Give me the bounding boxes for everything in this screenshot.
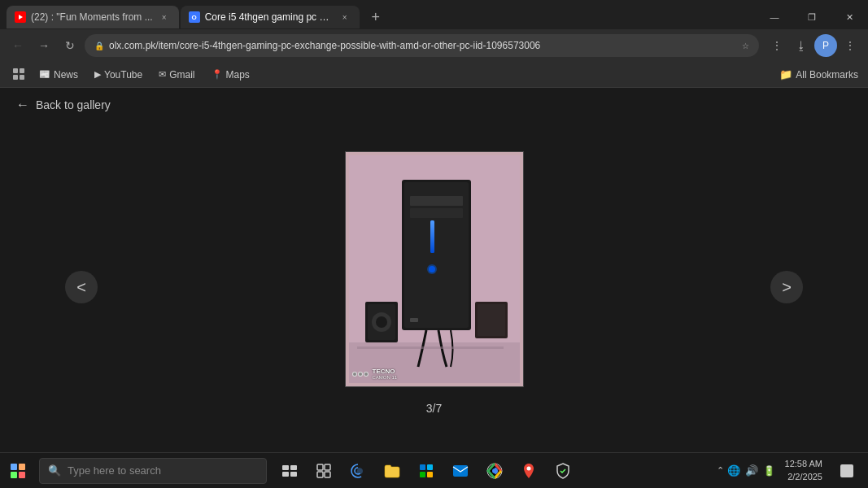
bookmark-gmail-label: Gmail xyxy=(169,69,194,81)
svg-point-39 xyxy=(527,466,531,470)
show-hidden-icons[interactable]: ⌃ xyxy=(717,465,724,476)
bookmark-news[interactable]: 📰 News xyxy=(33,68,85,82)
svg-rect-13 xyxy=(410,196,463,206)
forward-button[interactable]: → xyxy=(33,34,55,57)
svg-rect-40 xyxy=(840,464,853,477)
bookmark-youtube-label: YouTube xyxy=(104,69,142,81)
tab-youtube[interactable]: (22) : "Fun Moments from ... × xyxy=(7,6,179,28)
svg-rect-28 xyxy=(325,464,330,470)
svg-rect-35 xyxy=(453,465,468,477)
store-icon[interactable] xyxy=(410,455,443,487)
windows-logo-icon xyxy=(11,464,25,478)
svg-marker-0 xyxy=(19,15,23,20)
mail-icon[interactable] xyxy=(444,455,477,487)
svg-rect-23 xyxy=(282,465,289,470)
pc-photo: TECNO CAMON 11 xyxy=(346,152,523,386)
tab-olx[interactable]: O Core i5 4thgen gaming pc exch... × xyxy=(181,6,360,28)
volume-icon[interactable]: 🔊 xyxy=(745,464,758,477)
browser-menu-icon[interactable]: ⋮ xyxy=(765,34,788,57)
clock-date: 2/2/2025 xyxy=(787,471,822,483)
task-view-button[interactable] xyxy=(273,455,306,487)
image-counter: 3/7 xyxy=(418,394,450,423)
taskbar-right: ⌃ 🌐 🔊 🔋 12:58 AM 2/2/2025 xyxy=(717,456,868,486)
svg-point-12 xyxy=(427,264,437,274)
taskbar-search[interactable]: 🔍 Type here to search xyxy=(39,458,267,484)
back-button[interactable]: ← xyxy=(7,34,29,57)
battery-icon[interactable]: 🔋 xyxy=(763,465,775,477)
bookmarks-bar: 📰 News ▶ YouTube ✉ Gmail 📍 Maps 📁 All Bo… xyxy=(0,62,868,88)
svg-rect-32 xyxy=(427,464,433,470)
search-placeholder: Type here to search xyxy=(68,464,161,477)
extensions-menu[interactable]: ⋮ xyxy=(839,34,861,57)
gallery-image: TECNO CAMON 11 xyxy=(345,151,524,387)
profile-button[interactable]: P xyxy=(814,34,837,57)
new-tab-button[interactable]: + xyxy=(364,6,387,28)
security-icon[interactable] xyxy=(547,455,579,487)
start-button[interactable] xyxy=(0,453,36,489)
olx-favicon: O xyxy=(189,11,200,23)
back-to-gallery[interactable]: ← Back to gallery xyxy=(0,88,868,122)
tab-youtube-close[interactable]: × xyxy=(158,11,171,24)
svg-rect-2 xyxy=(20,68,24,73)
bookmark-star-icon: ☆ xyxy=(742,41,749,50)
svg-rect-4 xyxy=(20,75,24,80)
file-explorer-icon[interactable] xyxy=(376,455,408,487)
tab-olx-title: Core i5 4thgen gaming pc exch... xyxy=(205,11,334,23)
youtube-icon: ▶ xyxy=(94,69,101,80)
bookmark-youtube[interactable]: ▶ YouTube xyxy=(88,68,149,82)
taskbar-apps xyxy=(273,455,579,487)
minimize-button[interactable]: — xyxy=(756,2,793,32)
maps-icon: 📍 xyxy=(212,69,223,80)
clock-time: 12:58 AM xyxy=(785,458,822,470)
maximize-button[interactable]: ❐ xyxy=(793,2,831,32)
youtube-favicon xyxy=(15,11,26,23)
download-icon[interactable]: ⭳ xyxy=(790,34,813,57)
close-button[interactable]: ✕ xyxy=(831,2,868,32)
svg-rect-27 xyxy=(317,464,323,470)
maps-taskbar-icon[interactable] xyxy=(513,455,545,487)
back-to-gallery-label: Back to gallery xyxy=(36,98,111,111)
gallery-area: < xyxy=(0,122,868,452)
svg-rect-34 xyxy=(427,472,433,477)
edge-icon[interactable] xyxy=(342,455,374,487)
folder-icon: 📁 xyxy=(779,68,792,81)
network-icon[interactable]: 🌐 xyxy=(727,464,740,477)
tab-bar: (22) : "Fun Moments from ... × O Core i5… xyxy=(0,0,868,29)
toolbar-actions: ⋮ ⭳ P ⋮ xyxy=(765,34,861,57)
svg-rect-1 xyxy=(13,68,18,73)
gallery-prev-button[interactable]: < xyxy=(65,271,98,303)
reload-button[interactable]: ↻ xyxy=(59,34,81,57)
address-bar[interactable]: 🔒 olx.com.pk/item/core-i5-4thgen-gaming-… xyxy=(85,34,759,57)
taskbar: 🔍 Type here to search xyxy=(0,452,868,488)
svg-rect-25 xyxy=(282,472,289,477)
tab-olx-close[interactable]: × xyxy=(338,11,351,24)
apps-button[interactable] xyxy=(10,65,29,85)
svg-rect-33 xyxy=(420,472,425,477)
bookmark-maps-label: Maps xyxy=(226,69,250,81)
notification-button[interactable] xyxy=(832,456,861,486)
search-icon: 🔍 xyxy=(48,464,61,477)
back-arrow-icon: ← xyxy=(16,98,29,112)
tab-youtube-title: (22) : "Fun Moments from ... xyxy=(31,11,153,23)
all-bookmarks[interactable]: 📁 All Bookmarks xyxy=(779,68,858,81)
svg-rect-14 xyxy=(410,208,463,218)
svg-rect-31 xyxy=(420,464,425,470)
all-bookmarks-label: All Bookmarks xyxy=(796,69,858,81)
svg-rect-24 xyxy=(290,465,297,470)
svg-rect-15 xyxy=(410,318,418,322)
svg-rect-26 xyxy=(290,472,297,477)
svg-rect-3 xyxy=(13,75,18,80)
address-bar-row: ← → ↻ 🔒 olx.com.pk/item/core-i5-4thgen-g… xyxy=(0,29,868,62)
svg-rect-22 xyxy=(357,346,504,349)
svg-point-38 xyxy=(492,468,497,473)
bookmark-gmail[interactable]: ✉ Gmail xyxy=(152,68,201,82)
bookmark-maps[interactable]: 📍 Maps xyxy=(205,68,256,82)
chrome-icon[interactable] xyxy=(478,455,511,487)
tecno-watermark: TECNO CAMON 11 xyxy=(352,368,398,380)
svg-rect-10 xyxy=(430,220,434,253)
widgets-button[interactable] xyxy=(308,455,340,487)
gallery-next-button[interactable]: > xyxy=(770,271,803,303)
clock[interactable]: 12:58 AM 2/2/2025 xyxy=(779,458,829,483)
window-controls: — ❐ ✕ xyxy=(756,2,868,32)
svg-rect-29 xyxy=(317,472,323,477)
